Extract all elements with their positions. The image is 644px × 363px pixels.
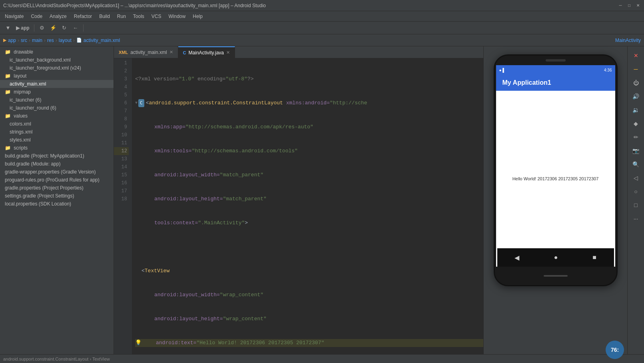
sync-btn[interactable]: ↻ [60, 23, 69, 33]
fold-btn-2[interactable]: ▼ [135, 99, 138, 107]
tab-mainactivity-java[interactable]: C MainActivity.java ✕ [178, 46, 235, 58]
sidebar-item-strings[interactable]: strings.xml [0, 128, 114, 136]
code-line-2: ▼ C <android.support.constraint.Constrai… [135, 99, 483, 107]
code-line-4: xmlns:tools="http://schemas.android.com/… [135, 147, 483, 155]
folder-icon: 📁 [5, 49, 11, 55]
menu-navigate[interactable]: Navigate [2, 13, 27, 20]
rt-power-btn[interactable]: ⏻ [630, 77, 642, 89]
phone-back-btn[interactable]: ◀ [514, 254, 519, 261]
menu-analyze[interactable]: Analyze [46, 13, 70, 20]
phone-home-btn[interactable]: ● [554, 254, 558, 261]
breadcrumb-file[interactable]: activity_main.xml [84, 38, 120, 43]
breadcrumb: ▶ app › src › main › res › layout › 📄 ac… [0, 34, 644, 46]
menu-build[interactable]: Build [96, 13, 113, 20]
sidebar-item-values[interactable]: 📁 values [0, 112, 114, 120]
sidebar-item-build-gradle-module[interactable]: build.gradle (Module: app) [0, 160, 114, 168]
folder-icon-2: 📁 [5, 73, 11, 79]
sidebar-item-activity-main[interactable]: activity_main.xml [0, 80, 114, 88]
folder-icon-4: 📁 [5, 113, 11, 119]
rt-volume-down-btn[interactable]: 🔉 [630, 104, 642, 116]
phone-recents-btn[interactable]: ■ [592, 254, 596, 261]
phone-device: ● ▌ 4:36 My Application1 Hello World! 20… [494, 54, 618, 286]
folder-icon-3: 📁 [5, 89, 11, 95]
breadcrumb-right[interactable]: MainActivity [615, 38, 641, 43]
sidebar-item-ic-bg[interactable]: ic_launcher_background.xml [0, 56, 114, 64]
sidebar-item-settings-gradle[interactable]: settings.gradle (Project Settings) [0, 192, 114, 200]
menu-vcs[interactable]: VCS [148, 13, 165, 20]
sidebar-item-layout-folder[interactable]: 📁 layout [0, 72, 114, 80]
sidebar-item-build-gradle-project[interactable]: build.gradle (Project: MyApplication1) [0, 152, 114, 160]
tab-bar: XML activity_main.xml ✕ C MainActivity.j… [114, 46, 483, 58]
sidebar-item-scripts[interactable]: 📁 scripts [0, 144, 114, 152]
menu-help[interactable]: Help [189, 13, 206, 20]
sidebar-item-ic-fg[interactable]: ic_launcher_foreground.xml (v24) [0, 64, 114, 72]
minimize-button[interactable]: ─ [618, 3, 623, 8]
sidebar-item-colors[interactable]: colors.xml [0, 120, 114, 128]
rt-camera-btn[interactable]: 📷 [630, 145, 642, 157]
menu-refactor[interactable]: Refactor [71, 13, 95, 20]
phone-content: Hello World! 20172306 20172305 20172307 [496, 91, 615, 267]
rt-minimize-btn[interactable]: ─ [630, 63, 642, 75]
rt-close-btn[interactable]: ✕ [630, 50, 642, 62]
tab-activity-main-xml[interactable]: XML activity_main.xml ✕ [114, 46, 178, 58]
code-line-1: <?xml version="1.0" encoding="utf-8"?> [135, 75, 483, 83]
settings-btn[interactable]: ⚙ [37, 23, 47, 33]
toolbar: ▼ ▶ app ⚙ ⚡ ↻ ← [0, 22, 644, 34]
breadcrumb-src[interactable]: src [21, 38, 27, 43]
sidebar-item-gradle-wrapper[interactable]: gradle-wrapper.properties (Gradle Versio… [0, 168, 114, 176]
code-line-12: 💡 android:text="Hello World! 20172306 20… [135, 339, 483, 347]
tab-close-java[interactable]: ✕ [226, 50, 230, 55]
nav-back-btn[interactable]: ← [71, 23, 80, 33]
sidebar-item-ic-launcher[interactable]: ic_launcher (6) [0, 96, 114, 104]
menu-run[interactable]: Run [114, 13, 129, 20]
tab-close-xml[interactable]: ✕ [169, 50, 173, 55]
phone-preview-panel: ● ▌ 4:36 My Application1 Hello World! 20… [483, 46, 627, 354]
close-button[interactable]: ✕ [635, 3, 641, 8]
breadcrumb-sep-1: › [18, 38, 19, 43]
code-line-7: tools:context=".MainActivity"> [135, 219, 483, 227]
status-breadcrumb: android.support.constraint.ConstraintLay… [3, 357, 110, 361]
phone-status-bar: ● ▌ 4:36 [496, 65, 615, 75]
rt-more-btn[interactable]: ··· [630, 213, 642, 225]
breadcrumb-sep-2: › [29, 38, 30, 43]
sidebar-item-styles[interactable]: styles.xml [0, 136, 114, 144]
menu-window[interactable]: Window [165, 13, 189, 20]
sidebar-item-local-props[interactable]: local.properties (SDK Location) [0, 200, 114, 208]
code-line-5: android:layout_width="match_parent" [135, 171, 483, 179]
class-badge: C [138, 99, 144, 107]
sidebar-item-gradle-props[interactable]: gradle.properties (Project Properties) [0, 184, 114, 192]
breadcrumb-file-icon: 📄 [76, 38, 82, 43]
rt-square-btn[interactable]: □ [630, 199, 642, 211]
menu-code[interactable]: Code [28, 13, 46, 20]
rt-back-btn[interactable]: ◁ [630, 172, 642, 184]
project-dropdown[interactable]: ▼ [3, 23, 13, 33]
rt-home-btn[interactable]: ○ [630, 185, 642, 197]
sidebar-item-mipmap[interactable]: 📁 mipmap [0, 88, 114, 96]
sidebar-item-ic-launcher-round[interactable]: ic_launcher_round (6) [0, 104, 114, 112]
code-line-8 [135, 243, 483, 251]
java-icon: C [183, 50, 186, 55]
sidebar-item-drawable[interactable]: 📁 drawable [0, 48, 114, 56]
rt-zoom-btn[interactable]: 🔍 [630, 158, 642, 170]
version-badge: 76: [606, 341, 624, 359]
menu-tools[interactable]: Tools [130, 13, 148, 20]
rt-diamond-btn[interactable]: ◆ [630, 118, 642, 130]
config-btn[interactable]: ⚡ [48, 23, 58, 33]
lightbulb-icon[interactable]: 💡 [135, 339, 142, 347]
toolbar-separator [34, 24, 34, 32]
breadcrumb-main[interactable]: main [32, 38, 42, 43]
code-editor[interactable]: 1 2 3 4 5 6 7 8 9 10 11 12 13 [114, 58, 483, 354]
breadcrumb-res[interactable]: res [47, 38, 54, 43]
rt-volume-up-btn[interactable]: 🔊 [630, 90, 642, 102]
sidebar-item-proguard[interactable]: proguard-rules.pro (ProGuard Rules for a… [0, 176, 114, 184]
maximize-button[interactable]: □ [626, 3, 632, 8]
breadcrumb-app[interactable]: app [8, 38, 16, 43]
app-label: ▶ app [14, 25, 31, 31]
breadcrumb-sep-4: › [56, 38, 57, 43]
phone-action-bar: My Application1 [496, 75, 615, 91]
rt-edit-btn[interactable]: ✏ [630, 131, 642, 143]
toolbar-separator-2 [83, 24, 84, 32]
title-bar: C:\Users\DELL\AndroidStudioProjects\MyAp… [0, 0, 644, 11]
breadcrumb-layout[interactable]: layout [59, 38, 72, 43]
phone-nav-bar: ◀ ● ■ [497, 248, 614, 267]
